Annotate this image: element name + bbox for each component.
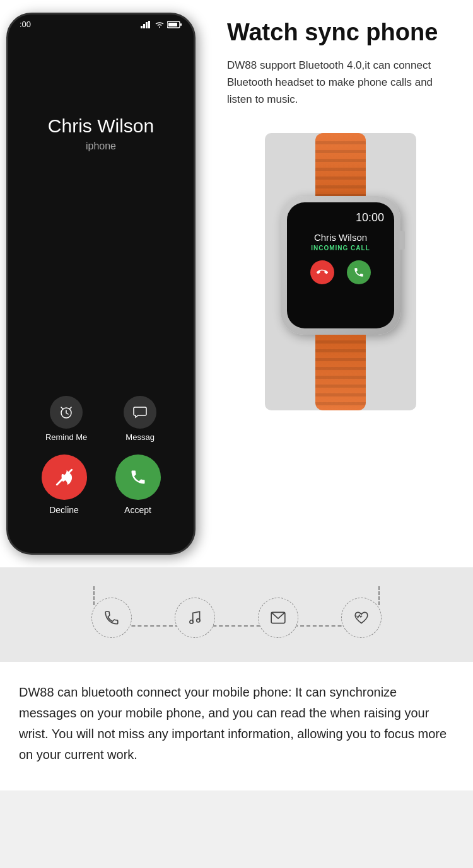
watch-time: 10:00: [287, 211, 394, 224]
watch-decline-btn: [310, 260, 334, 284]
battery-icon: [167, 21, 182, 28]
watch-case: 10:00 Chris Wilson INCOMING CALL: [281, 196, 400, 335]
message-action[interactable]: Messag: [124, 396, 156, 442]
watch-crown: [399, 231, 405, 250]
music-feature-icon: [187, 610, 203, 626]
remind-label: Remind Me: [45, 432, 87, 442]
bottom-text-section: DW88 can bluetooth connect your mobile p…: [0, 662, 473, 790]
decline-phone-icon: [55, 468, 73, 486]
phone-container: :00: [0, 0, 214, 567]
bottom-description: DW88 can bluetooth connect your mobile p…: [19, 682, 454, 765]
feature-title: Watch sync phone: [227, 19, 454, 47]
watch-accept-btn: [347, 260, 371, 284]
phone-screen: :00: [8, 14, 194, 553]
message-icon-circle: [124, 396, 156, 429]
svg-rect-3: [148, 21, 150, 28]
svg-rect-0: [141, 26, 143, 28]
band-ribs-top: [315, 136, 366, 202]
svg-rect-2: [146, 22, 148, 28]
decline-button[interactable]: Decline: [42, 454, 87, 515]
feature-desc: DW88 support Bluetooth 4.0,it can connec…: [227, 57, 454, 108]
phone-status-bar: :00: [8, 20, 194, 29]
icons-row-section: [0, 567, 473, 662]
heart-feature-icon: [353, 610, 370, 626]
status-icons: [141, 20, 182, 29]
caller-subtitle: iphone: [86, 141, 116, 152]
accept-label: Accept: [124, 505, 151, 515]
phone-actions-row: Remind Me Messag: [8, 396, 194, 442]
top-section: :00: [0, 0, 473, 567]
svg-rect-6: [180, 23, 182, 26]
decline-label: Decline: [49, 505, 79, 515]
watch-screen: 10:00 Chris Wilson INCOMING CALL: [287, 202, 394, 328]
call-buttons: Decline Accept: [8, 454, 194, 515]
wifi-icon: [155, 21, 165, 28]
phone-time: :00: [20, 20, 31, 29]
watch-band-top: [315, 133, 366, 202]
remind-icon: [50, 396, 83, 429]
accept-button[interactable]: Accept: [115, 454, 161, 515]
watch-decline-icon: [317, 267, 328, 278]
svg-point-9: [197, 619, 200, 622]
icons-row: [91, 598, 382, 638]
watch-caller-name: Chris Wilson: [314, 232, 367, 243]
chat-icon: [132, 405, 148, 420]
watch-wrapper: 10:00 Chris Wilson INCOMING CALL: [265, 133, 416, 410]
phone-feature-icon: [103, 610, 120, 626]
message-icon-circle-bottom: [258, 598, 298, 638]
svg-rect-1: [143, 24, 145, 28]
phone-device: :00: [6, 13, 196, 555]
band-ribs-bottom: [315, 335, 366, 410]
svg-rect-5: [168, 23, 177, 26]
watch-incoming-label: INCOMING CALL: [311, 245, 370, 252]
watch-band-bottom: [315, 335, 366, 410]
phone-icon-circle: [91, 598, 132, 638]
right-panel: Watch sync phone DW88 support Bluetooth …: [214, 0, 473, 567]
music-icon-circle: [175, 598, 215, 638]
accept-circle: [115, 454, 161, 500]
watch-call-btns: [310, 260, 371, 284]
remind-me-action[interactable]: Remind Me: [45, 396, 87, 442]
caller-name: Chris Wilson: [48, 115, 154, 137]
heart-icon-circle: [341, 598, 382, 638]
signal-icon: [141, 21, 152, 28]
alarm-icon: [59, 405, 74, 420]
decline-circle: [42, 454, 87, 500]
connector-area: [0, 586, 473, 649]
accept-phone-icon: [129, 468, 147, 486]
watch-accept-icon: [353, 267, 365, 278]
message-label: Messag: [126, 432, 155, 442]
envelope-feature-icon: [270, 610, 286, 626]
